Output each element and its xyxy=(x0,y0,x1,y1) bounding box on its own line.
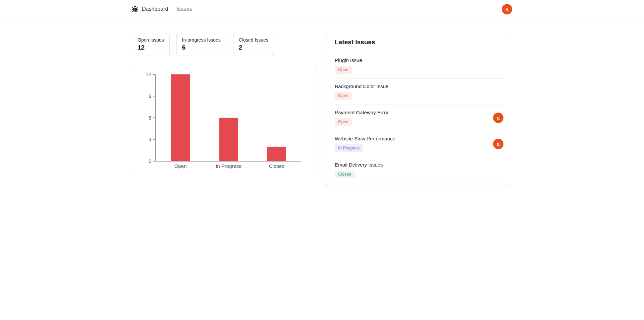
svg-text:12: 12 xyxy=(146,72,151,77)
issue-title: Website Slow Performance xyxy=(335,136,395,141)
stat-card-in-progress: In-progress Issues 6 xyxy=(176,33,226,56)
left-column: Open Issues 12 In-progress Issues 6 Clos… xyxy=(132,33,318,174)
svg-text:9: 9 xyxy=(149,93,151,99)
user-avatar[interactable]: a xyxy=(502,4,512,14)
issue-list-item: Payment Gateway Error Open a xyxy=(335,105,503,131)
svg-text:6: 6 xyxy=(149,115,151,121)
stat-label: Open Issues xyxy=(138,37,164,43)
svg-text:Closed: Closed xyxy=(269,163,285,169)
status-badge: Open xyxy=(335,118,352,126)
status-badge: Closed xyxy=(335,171,355,178)
issue-main: Website Slow Performance In Progress xyxy=(335,136,395,152)
stat-card-closed: Closed Issues 2 xyxy=(233,33,274,56)
stat-value: 6 xyxy=(182,44,221,51)
issue-title: Plugin Issue xyxy=(335,57,362,63)
stat-label: In-progress Issues xyxy=(182,37,221,43)
main-content: Open Issues 12 In-progress Issues 6 Clos… xyxy=(132,33,512,186)
nav-container: Dashboard Issues a xyxy=(132,4,512,14)
issue-avatar: a xyxy=(493,113,503,123)
svg-text:In Progress: In Progress xyxy=(216,163,241,169)
issue-main: Plugin Issue Open xyxy=(335,57,362,74)
issue-avatar: a xyxy=(493,139,503,149)
nav-link-issues[interactable]: Issues xyxy=(176,6,192,12)
stat-value: 12 xyxy=(138,44,164,51)
issue-main: Background Color Issue Open xyxy=(335,83,388,100)
right-column: Latest Issues Plugin Issue Open Backgrou… xyxy=(326,33,512,186)
stat-label: Closed Issues xyxy=(239,37,268,43)
issue-list-item: Website Slow Performance In Progress a xyxy=(335,131,503,157)
svg-text:3: 3 xyxy=(149,136,151,142)
status-badge: In Progress xyxy=(335,144,363,152)
issue-title: Email Delivery Issues xyxy=(335,162,383,168)
svg-text:0: 0 xyxy=(149,158,151,164)
status-badge: Open xyxy=(335,66,352,74)
stats-row: Open Issues 12 In-progress Issues 6 Clos… xyxy=(132,33,318,56)
status-badge: Open xyxy=(335,92,352,100)
latest-issues-card: Latest Issues Plugin Issue Open Backgrou… xyxy=(326,33,512,186)
issue-list-item: Email Delivery Issues Closed xyxy=(335,157,503,183)
bug-icon xyxy=(132,6,138,12)
issue-main: Email Delivery Issues Closed xyxy=(335,162,383,178)
issue-title: Payment Gateway Error xyxy=(335,110,388,115)
issue-main: Payment Gateway Error Open xyxy=(335,110,388,126)
stat-value: 2 xyxy=(239,44,268,51)
top-navbar: Dashboard Issues a xyxy=(0,0,644,18)
issue-list-item: Plugin Issue Open xyxy=(335,53,503,79)
issues-bar-chart-card: 036912OpenIn ProgressClosed xyxy=(132,66,318,174)
nav-link-dashboard[interactable]: Dashboard xyxy=(142,6,168,12)
svg-text:Open: Open xyxy=(174,163,187,169)
issue-list-item: Background Color Issue Open xyxy=(335,79,503,105)
stat-card-open: Open Issues 12 xyxy=(132,33,170,56)
issue-title: Background Color Issue xyxy=(335,83,388,89)
issues-bar-chart: 036912OpenIn ProgressClosed xyxy=(138,72,312,169)
latest-issues-title: Latest Issues xyxy=(335,39,503,46)
